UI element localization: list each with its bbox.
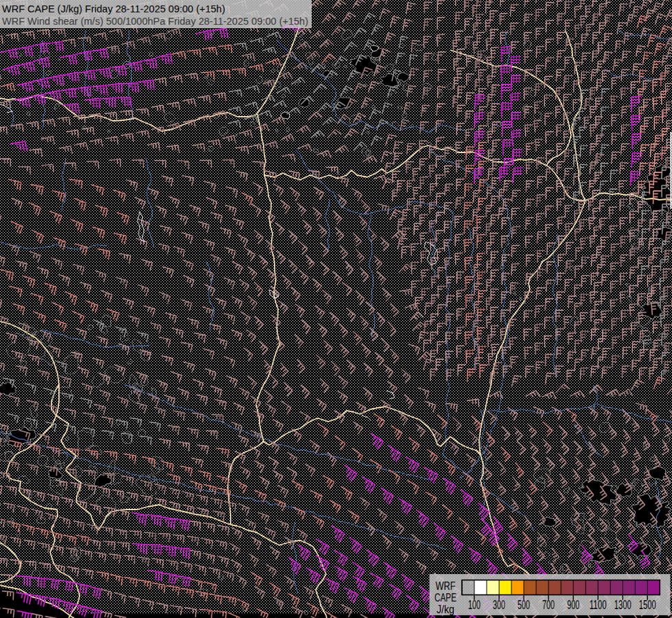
svg-text:300: 300 xyxy=(493,598,505,612)
svg-text:J/kg: J/kg xyxy=(437,604,454,615)
svg-text:900: 900 xyxy=(567,598,579,612)
svg-text:100: 100 xyxy=(468,598,480,612)
svg-text:WRF CAPE (J/kg) Friday 28-11-2: WRF CAPE (J/kg) Friday 28-11-2025 09:00 … xyxy=(2,3,225,14)
svg-text:1300: 1300 xyxy=(614,598,632,612)
svg-text:700: 700 xyxy=(542,598,555,612)
svg-text:1500: 1500 xyxy=(639,598,656,612)
svg-text:WRF: WRF xyxy=(436,580,456,592)
svg-text:500: 500 xyxy=(518,598,530,612)
svg-text:CAPE: CAPE xyxy=(435,592,456,604)
svg-text:WRF Wind shear (m/s) 500/1000h: WRF Wind shear (m/s) 500/1000hPa Friday … xyxy=(2,15,308,27)
svg-text:1100: 1100 xyxy=(590,598,607,612)
